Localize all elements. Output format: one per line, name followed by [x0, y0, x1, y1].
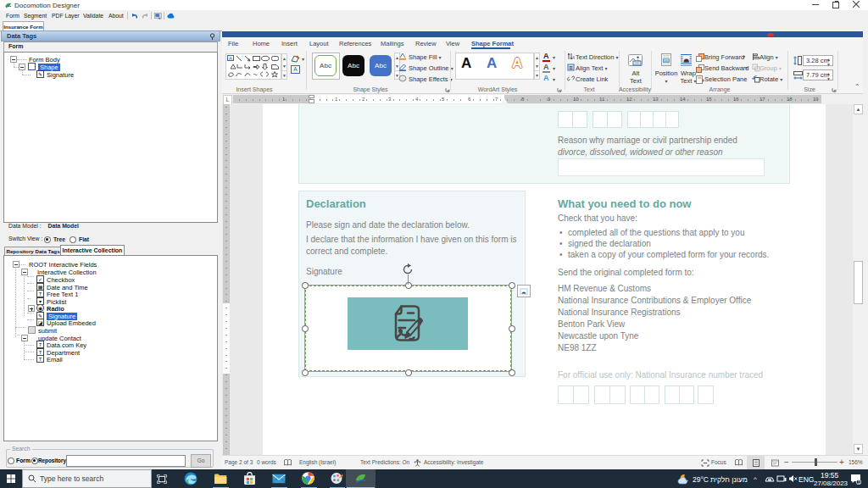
svg-text:A: A: [229, 56, 232, 61]
svg-text:A: A: [572, 55, 575, 60]
